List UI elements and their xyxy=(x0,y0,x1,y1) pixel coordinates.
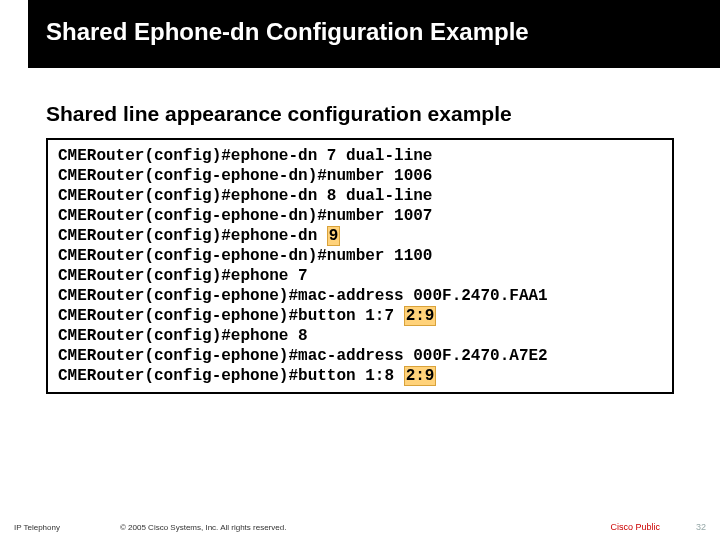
code-line: CMERouter(config)#ephone 7 xyxy=(58,266,662,286)
code-text: CMERouter(config-ephone)#button 1:8 xyxy=(58,367,404,385)
code-line: CMERouter(config-ephone)#button 1:8 2:9 xyxy=(58,366,662,386)
config-code-box: CMERouter(config)#ephone-dn 7 dual-line … xyxy=(46,138,674,394)
slide-subtitle: Shared line appearance configuration exa… xyxy=(46,102,720,126)
code-line: CMERouter(config)#ephone 8 xyxy=(58,326,662,346)
code-line: CMERouter(config-ephone)#button 1:7 2:9 xyxy=(58,306,662,326)
highlight: 2:9 xyxy=(404,306,437,326)
code-line: CMERouter(config-ephone)#mac-address 000… xyxy=(58,286,662,306)
code-line: CMERouter(config-ephone-dn)#number 1100 xyxy=(58,246,662,266)
code-line: CMERouter(config-ephone-dn)#number 1006 xyxy=(58,166,662,186)
highlight: 2:9 xyxy=(404,366,437,386)
highlight: 9 xyxy=(327,226,341,246)
code-line: CMERouter(config)#ephone-dn 9 xyxy=(58,226,662,246)
footer-cisco-public: Cisco Public xyxy=(610,522,660,532)
code-line: CMERouter(config)#ephone-dn 7 dual-line xyxy=(58,146,662,166)
footer-copyright: © 2005 Cisco Systems, Inc. All rights re… xyxy=(120,523,610,532)
code-line: CMERouter(config-ephone-dn)#number 1007 xyxy=(58,206,662,226)
footer: IP Telephony © 2005 Cisco Systems, Inc. … xyxy=(0,522,720,532)
slide-title: Shared Ephone-dn Configuration Example xyxy=(28,0,720,46)
footer-course: IP Telephony xyxy=(14,523,60,532)
footer-pagenum: 32 xyxy=(696,522,706,532)
code-text: CMERouter(config)#ephone-dn xyxy=(58,227,327,245)
title-banner: Shared Ephone-dn Configuration Example xyxy=(28,0,720,68)
code-line: CMERouter(config)#ephone-dn 8 dual-line xyxy=(58,186,662,206)
code-text: CMERouter(config-ephone)#button 1:7 xyxy=(58,307,404,325)
code-line: CMERouter(config-ephone)#mac-address 000… xyxy=(58,346,662,366)
